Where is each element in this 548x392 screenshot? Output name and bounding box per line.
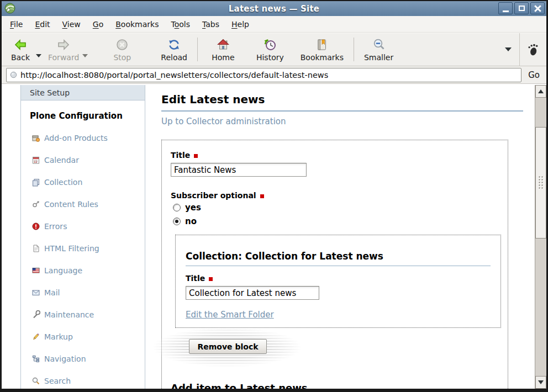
sidebar-item-mail[interactable]: Mail <box>21 282 145 304</box>
scroll-down-button[interactable] <box>535 376 546 389</box>
toolbar-separator <box>197 38 198 61</box>
sidebar-item-html-filtering[interactable]: HTML Filtering <box>21 237 145 259</box>
smaller-button[interactable]: Smaller <box>361 33 397 66</box>
history-icon <box>264 38 277 51</box>
menu-file[interactable]: File <box>4 18 29 31</box>
menu-help[interactable]: Help <box>225 18 255 31</box>
menu-tabs[interactable]: Tabs <box>196 18 225 31</box>
menu-view[interactable]: View <box>56 18 87 31</box>
sidebar-item-label: Language <box>44 266 82 275</box>
vertical-scrollbar[interactable] <box>535 85 546 389</box>
addon-products-icon <box>31 134 40 142</box>
sidebar-item-label: Markup <box>44 332 73 341</box>
sidebar-item-label: Errors <box>44 222 67 231</box>
forward-dropdown-icon[interactable] <box>82 54 88 57</box>
sidebar-item-label: Search <box>44 377 71 385</box>
sidebar-section-title: Plone Configuration <box>21 105 145 127</box>
menubar: File Edit View Go Bookmarks Tools Tabs H… <box>2 16 546 33</box>
sidebar-item-addon-products[interactable]: Add-on Products <box>21 127 145 149</box>
home-icon <box>217 38 230 51</box>
sidebar-item-label: Content Rules <box>44 200 98 209</box>
minimize-icon <box>503 10 509 12</box>
content-rules-icon <box>31 200 40 209</box>
sidebar-item-label: Collection <box>44 178 82 187</box>
maximize-icon <box>519 6 525 11</box>
radio-yes-label[interactable]: yes <box>185 203 201 213</box>
menu-tools[interactable]: Tools <box>165 18 196 31</box>
language-icon <box>31 266 40 275</box>
home-button[interactable]: Home <box>208 33 239 66</box>
scrollbar-thumb[interactable] <box>535 127 546 239</box>
sidebar-item-label: Calendar <box>44 156 79 165</box>
close-button[interactable] <box>530 2 545 14</box>
smaller-icon <box>372 38 386 51</box>
sidebar-item-maintenance[interactable]: Maintenance <box>21 304 145 326</box>
up-to-collector-link[interactable]: Up to Collector administration <box>161 116 286 126</box>
stop-icon <box>115 38 129 51</box>
back-label: Back <box>11 53 30 62</box>
scrollbar-grip-icon <box>538 176 544 190</box>
sidebar-item-label: Navigation <box>44 354 86 363</box>
bookmarks-button[interactable]: Bookmarks <box>297 33 347 66</box>
scroll-up-button[interactable] <box>535 85 546 98</box>
browser-window: Latest news — Site File Edit View Go Boo… <box>0 0 548 392</box>
minimize-button[interactable] <box>498 2 513 14</box>
collection-title-input[interactable] <box>186 286 319 300</box>
browser-app-icon <box>4 3 15 14</box>
remove-block-button[interactable]: Remove block <box>189 339 267 354</box>
maximize-button[interactable] <box>514 2 529 14</box>
radio-no-label[interactable]: no <box>185 216 197 226</box>
stop-button[interactable]: Stop <box>107 33 138 66</box>
sidebar-item-label: Add-on Products <box>44 134 108 142</box>
collection-block-title: Collection: Collection for Latest news <box>186 251 491 266</box>
sidebar-item-language[interactable]: Language <box>21 259 145 282</box>
sidebar-item-markup[interactable]: Markup <box>21 326 145 348</box>
sidebar-item-errors[interactable]: Errors <box>21 215 145 237</box>
close-icon <box>534 5 541 12</box>
menu-bookmarks[interactable]: Bookmarks <box>109 18 165 31</box>
site-icon <box>10 71 17 78</box>
go-button[interactable]: Go <box>525 69 543 81</box>
title-input[interactable] <box>171 163 307 177</box>
reload-button[interactable]: Reload <box>157 33 191 66</box>
add-item-heading: Add item to Latest news <box>171 382 499 389</box>
subscriber-option-no[interactable]: no <box>173 214 499 228</box>
sidebar-header: Site Setup <box>21 85 145 100</box>
back-dropdown-icon[interactable] <box>36 54 41 57</box>
required-marker <box>260 194 264 198</box>
reload-icon <box>167 38 181 51</box>
sidebar-item-content-rules[interactable]: Content Rules <box>21 193 145 215</box>
url-input[interactable]: http://localhost:8080/portal/portal_news… <box>6 68 521 82</box>
scroll-up-icon <box>538 89 544 93</box>
main-area: Edit Latest news Up to Collector adminis… <box>161 85 523 389</box>
radio-yes[interactable] <box>173 204 181 211</box>
radio-no[interactable] <box>173 218 181 225</box>
sidebar-item-label: Mail <box>44 288 60 297</box>
subscriber-option-yes[interactable]: yes <box>173 200 499 214</box>
mail-icon <box>31 288 40 297</box>
gnome-foot-icon <box>526 43 540 57</box>
required-marker <box>209 277 213 281</box>
window-title: Latest news — Site <box>2 4 546 14</box>
forward-button[interactable]: Forward <box>45 33 82 66</box>
sidebar-item-collection[interactable]: Collection <box>21 171 145 193</box>
title-label: Title <box>171 151 190 160</box>
back-icon <box>14 38 27 51</box>
collection-title-label: Title <box>186 274 205 283</box>
sidebar-item-calendar[interactable]: 12 Calendar <box>21 149 145 171</box>
sidebar-item-search[interactable]: Search <box>21 370 145 389</box>
back-button[interactable]: Back <box>5 33 36 66</box>
history-button[interactable]: History <box>253 33 287 66</box>
edit-smart-folder-link[interactable]: Edit the Smart Folder <box>186 310 274 320</box>
toolbar: Back Forward Stop Reload <box>2 33 546 66</box>
required-marker <box>194 154 198 158</box>
menu-go[interactable]: Go <box>87 18 109 31</box>
stop-label: Stop <box>113 53 131 62</box>
menu-edit[interactable]: Edit <box>29 18 56 31</box>
page-content: Site Setup Plone Configuration Add-on Pr… <box>2 85 546 389</box>
sidebar: Site Setup Plone Configuration Add-on Pr… <box>20 85 145 389</box>
toolbar-overflow-icon[interactable] <box>505 47 512 51</box>
url-text: http://localhost:8080/portal/portal_news… <box>20 71 328 80</box>
errors-icon <box>31 222 40 231</box>
sidebar-item-navigation[interactable]: Navigation <box>21 348 145 370</box>
